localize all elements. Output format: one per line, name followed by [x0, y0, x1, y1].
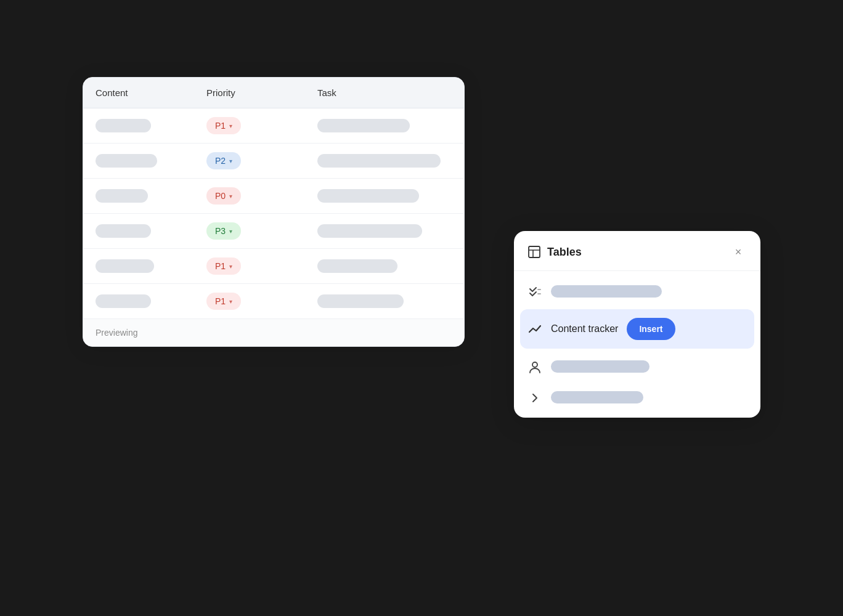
priority-badge-p1[interactable]: P1 ▾ — [206, 257, 241, 275]
svg-point-5 — [532, 362, 537, 367]
table-row: P1 ▾ — [83, 249, 464, 284]
content-cell — [83, 251, 194, 282]
svg-rect-0 — [529, 246, 540, 257]
chevron-down-icon: ▾ — [229, 193, 232, 200]
content-cell — [83, 286, 194, 317]
table-body: P1 ▾ P2 ▾ — [83, 108, 464, 318]
chevron-down-icon: ▾ — [229, 158, 232, 164]
table-row: P1 ▾ — [83, 108, 464, 144]
popup-header: Tables × — [514, 231, 760, 271]
priority-cell: P3 ▾ — [194, 214, 305, 248]
priority-badge-p0[interactable]: P0 ▾ — [206, 187, 241, 205]
table-row: P1 ▾ — [83, 284, 464, 318]
popup-item-person[interactable] — [514, 351, 760, 382]
task-cell — [305, 145, 464, 176]
chevron-down-icon: ▾ — [229, 298, 232, 305]
priority-cell: P2 ▾ — [194, 144, 305, 178]
table-row: P0 ▾ — [83, 179, 464, 214]
col-task: Task — [305, 78, 464, 108]
priority-badge-p3[interactable]: P3 ▾ — [206, 222, 241, 240]
content-pill — [96, 119, 151, 132]
task-cell — [305, 286, 464, 317]
task-pill — [317, 259, 397, 273]
priority-cell: P0 ▾ — [194, 179, 305, 213]
task-cell — [305, 251, 464, 282]
priority-cell: P1 ▾ — [194, 284, 305, 318]
person-pill-row — [551, 360, 650, 373]
item-pill — [551, 285, 662, 298]
task-cell — [305, 110, 464, 141]
checklist-icon — [527, 285, 542, 298]
table-footer: Previewing — [83, 318, 464, 346]
popup-list: Content tracker Insert — [514, 271, 760, 418]
popup-item-checklist[interactable] — [514, 276, 760, 307]
tables-icon — [527, 245, 541, 259]
task-pill — [317, 224, 422, 238]
priority-cell: P1 ▾ — [194, 108, 305, 143]
item-pill — [551, 360, 650, 373]
col-priority: Priority — [194, 78, 305, 108]
task-pill — [317, 189, 419, 203]
table-row: P2 ▾ — [83, 144, 464, 179]
content-pill — [96, 189, 148, 203]
content-cell — [83, 110, 194, 141]
chevron-down-icon: ▾ — [229, 123, 232, 129]
priority-cell: P1 ▾ — [194, 249, 305, 283]
content-cell — [83, 216, 194, 246]
insert-button[interactable]: Insert — [627, 318, 675, 340]
checklist-pill-row — [551, 285, 662, 298]
priority-badge-p2[interactable]: P2 ▾ — [206, 152, 241, 169]
popup-item-arrow[interactable] — [514, 383, 760, 413]
task-pill — [317, 154, 441, 168]
popup-title-row: Tables — [527, 245, 582, 259]
task-pill — [317, 294, 404, 308]
chevron-right-icon — [527, 391, 542, 404]
content-pill — [96, 224, 151, 238]
chevron-down-icon: ▾ — [229, 263, 232, 270]
chevron-down-icon: ▾ — [229, 228, 232, 235]
trending-icon — [527, 322, 542, 336]
content-cell — [83, 180, 194, 211]
table-header: Content Priority Task — [83, 78, 464, 108]
table-panel: Content Priority Task P1 ▾ — [83, 77, 465, 347]
content-cell — [83, 145, 194, 176]
tables-popup: Tables × — [514, 231, 760, 418]
task-cell — [305, 216, 464, 246]
arrow-pill-row — [551, 391, 643, 403]
task-cell — [305, 180, 464, 211]
table-row: P3 ▾ — [83, 214, 464, 249]
task-pill — [317, 119, 410, 132]
person-icon — [527, 360, 542, 373]
col-content: Content — [83, 78, 194, 108]
content-tracker-label: Content tracker — [551, 323, 618, 334]
content-pill — [96, 154, 157, 168]
priority-badge-p1[interactable]: P1 ▾ — [206, 293, 241, 310]
close-button[interactable]: × — [730, 243, 747, 261]
priority-badge-p1[interactable]: P1 ▾ — [206, 117, 241, 134]
content-pill — [96, 259, 154, 273]
popup-item-content-tracker[interactable]: Content tracker Insert — [520, 309, 754, 349]
popup-title: Tables — [547, 246, 582, 259]
item-pill — [551, 391, 643, 403]
content-pill — [96, 294, 151, 308]
